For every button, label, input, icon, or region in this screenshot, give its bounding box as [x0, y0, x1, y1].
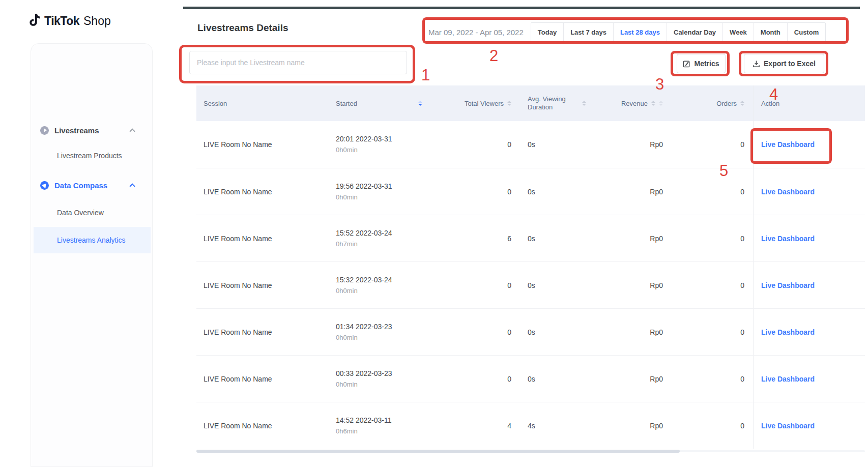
live-dashboard-link[interactable]: Live Dashboard — [761, 422, 815, 430]
avg-viewing-duration-cell: 4s — [511, 402, 605, 449]
sidebar-item-data-compass[interactable]: Data Compass — [34, 174, 151, 196]
live-dashboard-link[interactable]: Live Dashboard — [761, 328, 815, 336]
range-button-custom[interactable]: Custom — [787, 23, 825, 41]
sidebar-subitem-label: Data Overview — [57, 209, 104, 217]
started-cell: 15:52 2022-03-240h7min — [326, 215, 427, 261]
sort-icon-secondary — [659, 101, 663, 106]
brand-name: TikTok — [44, 14, 79, 28]
started-cell: 01:34 2022-03-230h0min — [326, 309, 427, 355]
stream-duration: 0h0min — [336, 192, 358, 202]
revenue-cell: Rp0 — [605, 309, 667, 355]
column-header-session[interactable]: Session — [196, 85, 326, 121]
chevron-up-icon[interactable] — [129, 128, 135, 134]
sidebar-item-livestreams[interactable]: Livestreams — [34, 119, 151, 141]
started-time: 00:33 2022-03-23 — [336, 368, 392, 379]
action-cell: Live Dashboard — [753, 262, 865, 308]
avg-viewing-duration-cell: 0s — [511, 356, 605, 402]
sidebar-item-data-overview[interactable]: Data Overview — [34, 203, 151, 222]
started-cell: 19:56 2022-03-310h0min — [326, 168, 427, 215]
total-viewers-cell: 4 — [427, 402, 511, 449]
action-cell: Live Dashboard — [753, 309, 865, 355]
revenue-cell: Rp0 — [605, 168, 667, 215]
revenue-cell: Rp0 — [605, 262, 667, 308]
revenue-cell: Rp0 — [605, 215, 667, 261]
session-cell: LIVE Room No Name — [196, 402, 326, 449]
annotation-number-1: 1 — [421, 66, 430, 84]
download-icon — [753, 60, 760, 68]
total-viewers-cell: 0 — [427, 309, 511, 355]
annotation-number-2: 2 — [489, 47, 498, 65]
table-row: LIVE Room No Name19:56 2022-03-310h0min0… — [196, 168, 865, 215]
range-button-last-7-days[interactable]: Last 7 days — [563, 23, 613, 41]
search-input[interactable] — [189, 51, 407, 74]
revenue-cell: Rp0 — [605, 402, 667, 449]
range-button-today[interactable]: Today — [531, 23, 563, 41]
sort-icon[interactable] — [740, 101, 744, 106]
range-button-month[interactable]: Month — [754, 23, 787, 41]
range-button-last-28-days[interactable]: Last 28 days — [613, 23, 667, 41]
live-dashboard-link[interactable]: Live Dashboard — [761, 375, 815, 383]
avg-viewing-duration-cell: 0s — [511, 262, 605, 308]
annotation-number-3: 3 — [655, 75, 664, 94]
livestreams-table: Session Started Total Viewers Avg. Viewi… — [196, 85, 865, 449]
total-viewers-cell: 0 — [427, 121, 511, 168]
table-row: LIVE Room No Name15:32 2022-03-240h0min0… — [196, 261, 865, 308]
started-cell: 14:52 2022-03-110h6min — [326, 402, 427, 449]
table-row: LIVE Room No Name01:34 2022-03-230h0min0… — [196, 308, 865, 355]
sidebar-item-livestreams-analytics[interactable]: Livestreams Analytics — [34, 231, 151, 249]
action-cell: Live Dashboard — [753, 402, 865, 449]
session-cell: LIVE Room No Name — [196, 262, 326, 308]
session-cell: LIVE Room No Name — [196, 121, 326, 168]
date-range-value[interactable]: Mar 09, 2022 - Apr 05, 2022 — [428, 28, 524, 37]
live-dashboard-link[interactable]: Live Dashboard — [761, 188, 815, 196]
live-dashboard-link[interactable]: Live Dashboard — [761, 235, 815, 243]
chevron-up-icon[interactable] — [129, 183, 135, 189]
sort-icon[interactable] — [507, 101, 511, 106]
started-time: 14:52 2022-03-11 — [336, 415, 392, 426]
stream-duration: 0h0min — [336, 332, 358, 343]
avg-viewing-duration-cell: 0s — [511, 121, 605, 168]
orders-cell: 0 — [667, 262, 753, 308]
sidebar-item-livestream-products[interactable]: Livestream Products — [34, 147, 151, 165]
range-button-calendar-day[interactable]: Calendar Day — [667, 23, 722, 41]
table-row: LIVE Room No Name00:33 2022-03-230h0min0… — [196, 355, 865, 402]
sort-icon[interactable] — [582, 101, 586, 106]
horizontal-scrollbar-thumb[interactable] — [196, 450, 680, 453]
stream-duration: 0h7min — [336, 239, 358, 249]
sort-icon[interactable] — [651, 101, 655, 106]
avg-viewing-duration-cell: 0s — [511, 309, 605, 355]
total-viewers-cell: 0 — [427, 356, 511, 402]
sort-descending-icon[interactable] — [418, 101, 422, 106]
live-dashboard-link[interactable]: Live Dashboard — [761, 281, 815, 289]
started-time: 01:34 2022-03-23 — [336, 322, 392, 332]
export-to-excel-button[interactable]: Export to Excel — [744, 54, 824, 73]
action-cell: Live Dashboard — [753, 168, 865, 215]
stream-duration: 0h0min — [336, 144, 358, 155]
total-viewers-cell: 0 — [427, 168, 511, 215]
metrics-button[interactable]: Metrics — [677, 54, 726, 73]
live-dashboard-link[interactable]: Live Dashboard — [761, 140, 815, 149]
started-time: 15:52 2022-03-24 — [336, 228, 392, 239]
started-cell: 15:32 2022-03-240h0min — [326, 262, 427, 308]
table-row: LIVE Room No Name20:01 2022-03-310h0min0… — [196, 121, 865, 168]
sidebar: Livestreams Livestream Products Data Com… — [31, 43, 153, 467]
sidebar-subitem-label: Livestreams Analytics — [57, 236, 126, 244]
action-cell: Live Dashboard — [753, 356, 865, 402]
date-filter-bar: Mar 09, 2022 - Apr 05, 2022 TodayLast 7 … — [428, 22, 826, 42]
revenue-cell: Rp0 — [605, 121, 667, 168]
column-header-total-viewers[interactable]: Total Viewers — [427, 85, 511, 121]
annotation-number-5: 5 — [719, 162, 728, 180]
stream-duration: 0h0min — [336, 285, 358, 296]
brand-suffix: Shop — [83, 14, 111, 28]
column-header-avg-viewing-duration[interactable]: Avg. Viewing Duration — [511, 85, 605, 121]
column-header-orders[interactable]: Orders — [667, 85, 753, 121]
column-header-started[interactable]: Started — [326, 85, 427, 121]
started-time: 19:56 2022-03-31 — [336, 181, 392, 192]
total-viewers-cell: 0 — [427, 262, 511, 308]
orders-cell: 0 — [667, 121, 753, 168]
sidebar-subitem-label: Livestream Products — [57, 152, 122, 160]
sidebar-item-label: Data Compass — [54, 181, 107, 190]
play-circle-icon — [40, 126, 49, 135]
range-button-week[interactable]: Week — [722, 23, 754, 41]
table-body: LIVE Room No Name20:01 2022-03-310h0min0… — [196, 121, 865, 449]
